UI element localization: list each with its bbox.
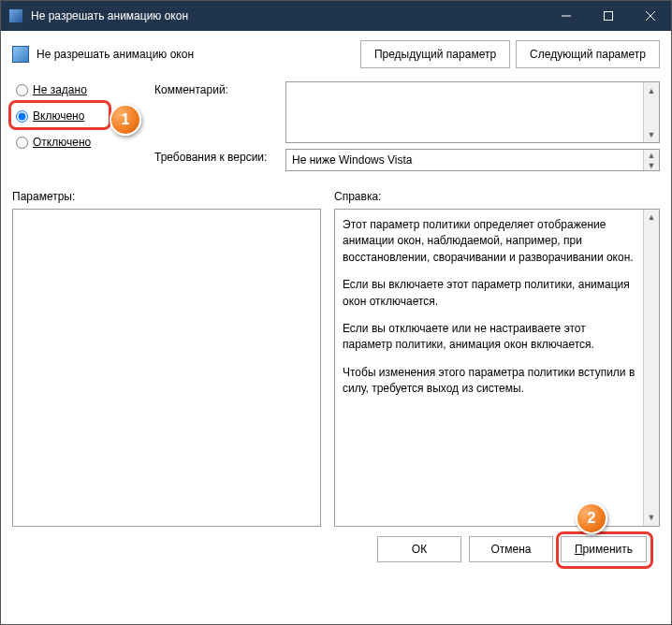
header-row: Не разрешать анимацию окон Предыдущий па… xyxy=(12,40,660,68)
svg-rect-1 xyxy=(604,12,612,21)
apply-button[interactable]: Применить xyxy=(561,536,647,562)
parameters-column: Параметры: xyxy=(12,190,321,527)
version-req-label: Требования к версии: xyxy=(154,149,276,164)
help-paragraph: Если вы отключаете или не настраиваете э… xyxy=(343,321,638,354)
window-icon xyxy=(8,8,23,23)
radio-enabled-label[interactable]: Включено xyxy=(33,109,84,123)
maximize-button[interactable] xyxy=(587,1,629,31)
minimize-button[interactable] xyxy=(545,1,587,31)
radio-not-configured[interactable]: Не задано xyxy=(12,81,143,98)
version-req-value: Не ниже Windows Vista xyxy=(292,153,413,167)
comment-label: Комментарий: xyxy=(154,81,276,96)
radio-disabled-input[interactable] xyxy=(16,137,28,149)
scroll-up-icon[interactable]: ▲ xyxy=(644,150,659,160)
ok-button[interactable]: ОК xyxy=(377,536,461,562)
content-area: Не разрешать анимацию окон Предыдущий па… xyxy=(1,31,671,624)
version-scrollbar[interactable]: ▲ ▼ xyxy=(643,150,659,170)
help-paragraph: Чтобы изменения этого параметра политики… xyxy=(343,365,638,398)
parameters-label: Параметры: xyxy=(12,190,321,203)
help-paragraph: Если вы включаете этот параметр политики… xyxy=(343,277,638,310)
cancel-button[interactable]: Отмена xyxy=(469,536,553,562)
main-options-row: Не задано Включено Отключено 1 Комментар… xyxy=(12,81,660,171)
help-label: Справка: xyxy=(334,190,660,203)
details-column: Комментарий: ▲ ▼ Требования к версии: Не… xyxy=(154,81,660,171)
policy-editor-window: Не разрешать анимацию окон Не разрешать … xyxy=(0,0,672,625)
scroll-down-icon[interactable]: ▼ xyxy=(644,510,659,526)
parameters-box[interactable] xyxy=(12,209,321,527)
scroll-up-icon[interactable]: ▲ xyxy=(644,210,659,225)
help-paragraph: Этот параметр политики определяет отобра… xyxy=(343,217,638,266)
annotation-badge-2: 2 xyxy=(576,502,607,534)
radio-not-configured-input[interactable] xyxy=(16,84,28,96)
radio-not-configured-label[interactable]: Не задано xyxy=(33,83,87,96)
radio-enabled-input[interactable] xyxy=(16,110,28,123)
window-title: Не разрешать анимацию окон xyxy=(31,9,545,22)
radio-disabled[interactable]: Отключено xyxy=(12,134,143,151)
scroll-up-icon[interactable]: ▲ xyxy=(644,82,659,98)
policy-title: Не разрешать анимацию окон xyxy=(37,48,194,61)
scroll-down-icon[interactable]: ▼ xyxy=(644,126,659,142)
scroll-down-icon[interactable]: ▼ xyxy=(644,160,659,170)
radio-disabled-label[interactable]: Отключено xyxy=(33,136,91,149)
version-req-field: Не ниже Windows Vista ▲ ▼ xyxy=(285,149,660,171)
lower-panels: Параметры: Справка: Этот параметр полити… xyxy=(12,190,660,527)
help-scrollbar[interactable]: ▲ ▼ xyxy=(643,210,659,526)
footer-buttons: ОК Отмена Применить 2 xyxy=(12,527,660,575)
titlebar: Не разрешать анимацию окон xyxy=(1,1,671,31)
previous-setting-button[interactable]: Предыдущий параметр xyxy=(360,40,510,68)
comment-scrollbar[interactable]: ▲ ▼ xyxy=(643,82,659,142)
help-box[interactable]: Этот параметр политики определяет отобра… xyxy=(334,209,660,527)
close-button[interactable] xyxy=(629,1,671,31)
help-column: Справка: Этот параметр политики определя… xyxy=(334,190,660,527)
next-setting-button[interactable]: Следующий параметр xyxy=(516,40,660,68)
annotation-badge-1: 1 xyxy=(110,104,141,136)
window-controls xyxy=(545,1,671,31)
state-radio-group: Не задано Включено Отключено 1 xyxy=(12,81,143,171)
comment-textarea[interactable]: ▲ ▼ xyxy=(285,81,660,143)
policy-icon xyxy=(12,46,29,63)
